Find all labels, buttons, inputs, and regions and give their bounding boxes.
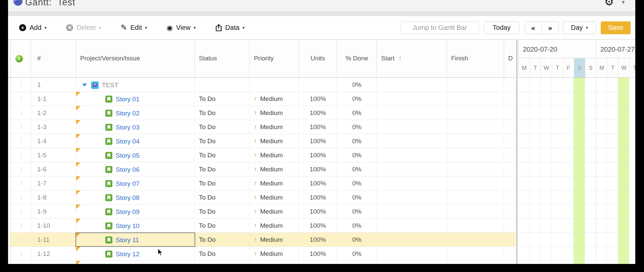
issue-name-cell[interactable]: Story 08 bbox=[76, 191, 195, 204]
view-menu-button[interactable]: ◉ View ▾ bbox=[167, 24, 196, 32]
finish-date-cell[interactable] bbox=[447, 106, 504, 120]
row-drag-handle[interactable] bbox=[21, 223, 22, 228]
issue-name-cell[interactable]: Story 01 bbox=[76, 92, 195, 106]
save-button[interactable]: Save bbox=[601, 21, 631, 34]
start-date-cell[interactable] bbox=[377, 120, 447, 134]
issue-name-cell[interactable]: Story 05 bbox=[76, 148, 195, 162]
issue-name-cell[interactable]: Story 03 bbox=[76, 120, 195, 134]
issue-name-cell[interactable] bbox=[76, 261, 195, 264]
start-date-cell[interactable] bbox=[377, 92, 447, 106]
issue-table-row[interactable]: 1-2Story 02To Do↑Medium100%0% bbox=[8, 106, 635, 120]
finish-date-cell[interactable] bbox=[447, 247, 504, 261]
finish-date-cell[interactable] bbox=[447, 205, 504, 218]
units-column-header[interactable]: Units bbox=[299, 40, 337, 77]
issue-link[interactable]: Story 01 bbox=[116, 96, 140, 103]
start-date-cell[interactable] bbox=[377, 233, 447, 247]
issue-name-cell[interactable]: Story 04 bbox=[76, 134, 195, 148]
timescale-select-button[interactable]: Day ▾ bbox=[563, 21, 596, 34]
issue-table-row[interactable]: 1-12Story 12To Do↑Medium100%0% bbox=[8, 247, 635, 261]
project-table-row[interactable]: 1TEST0% bbox=[8, 78, 635, 92]
issue-link[interactable]: Story 05 bbox=[116, 152, 140, 159]
finish-date-cell[interactable] bbox=[447, 162, 504, 176]
delete-menu-button[interactable]: ✕ Delete ▾ bbox=[66, 24, 101, 32]
issue-link[interactable]: Story 03 bbox=[116, 124, 140, 131]
start-date-cell[interactable] bbox=[377, 219, 447, 232]
start-date-cell[interactable] bbox=[377, 106, 447, 120]
issue-link[interactable]: Story 12 bbox=[116, 251, 140, 258]
finish-date-cell[interactable] bbox=[447, 134, 504, 148]
start-date-cell[interactable] bbox=[377, 176, 447, 190]
status-column-header[interactable]: Status bbox=[195, 40, 249, 77]
data-menu-button[interactable]: Data ▾ bbox=[215, 24, 245, 32]
row-drag-handle[interactable] bbox=[21, 237, 22, 242]
issue-table-row[interactable]: 1-10Story 10To Do↑Medium100%0% bbox=[8, 219, 635, 233]
finish-date-cell[interactable] bbox=[447, 191, 504, 204]
scroll-right-button[interactable]: » bbox=[542, 21, 559, 34]
edit-menu-button[interactable]: ✎ Edit ▾ bbox=[120, 24, 147, 32]
row-drag-handle[interactable] bbox=[21, 209, 22, 214]
issue-table-row[interactable]: 1-5Story 05To Do↑Medium100%0% bbox=[8, 148, 635, 162]
today-button[interactable]: Today bbox=[484, 21, 519, 34]
issue-table-row[interactable]: 1-11Story 11To Do↑Medium100%0% bbox=[8, 233, 635, 247]
finish-date-cell[interactable] bbox=[447, 120, 504, 134]
start-date-cell[interactable] bbox=[377, 247, 447, 261]
issue-link[interactable]: Story 08 bbox=[116, 194, 140, 201]
settings-gear-icon[interactable]: ⚙ bbox=[604, 0, 614, 8]
start-date-cell[interactable] bbox=[377, 261, 447, 264]
issue-table-row[interactable] bbox=[8, 261, 635, 264]
start-date-cell[interactable] bbox=[377, 148, 447, 162]
jump-to-gantt-bar-button[interactable]: Jump to Gantt Bar bbox=[400, 21, 479, 34]
issue-table-row[interactable]: 1-3Story 03To Do↑Medium100%0% bbox=[8, 120, 635, 134]
finish-date-cell[interactable] bbox=[447, 176, 504, 190]
duration-column-header[interactable]: D bbox=[504, 40, 516, 77]
row-drag-handle[interactable] bbox=[21, 167, 22, 172]
issue-table-row[interactable]: 1-7Story 07To Do↑Medium100%0% bbox=[8, 176, 635, 191]
settings-caret-icon[interactable]: ▾ bbox=[622, 0, 625, 6]
start-date-cell[interactable] bbox=[377, 134, 447, 148]
row-drag-handle[interactable] bbox=[21, 82, 22, 87]
issue-link[interactable]: Story 09 bbox=[116, 208, 140, 215]
issue-name-cell[interactable]: Story 09 bbox=[76, 205, 195, 218]
finish-date-cell[interactable] bbox=[447, 92, 504, 106]
start-date-cell[interactable] bbox=[377, 191, 447, 204]
issue-name-cell[interactable]: Story 02 bbox=[76, 106, 195, 120]
priority-column-header[interactable]: Priority bbox=[249, 40, 299, 77]
row-drag-handle[interactable] bbox=[21, 181, 22, 186]
collapse-triangle-icon[interactable] bbox=[82, 84, 87, 87]
issue-name-cell[interactable]: TEST bbox=[76, 78, 195, 92]
start-date-cell[interactable] bbox=[377, 78, 447, 92]
number-column-header[interactable]: # bbox=[31, 40, 76, 77]
issue-link[interactable]: Story 10 bbox=[116, 222, 140, 229]
finish-date-cell[interactable] bbox=[447, 219, 504, 232]
row-drag-handle[interactable] bbox=[21, 153, 22, 158]
finish-date-cell[interactable] bbox=[447, 261, 504, 264]
finish-column-header[interactable]: Finish bbox=[447, 40, 504, 77]
issue-table-row[interactable]: 1-6Story 06To Do↑Medium100%0% bbox=[8, 162, 635, 176]
issue-name-cell[interactable]: Story 12 bbox=[76, 247, 195, 261]
row-drag-handle[interactable] bbox=[21, 139, 22, 144]
issue-link[interactable]: Story 02 bbox=[116, 110, 140, 117]
issue-table-row[interactable]: 1-1Story 01To Do↑Medium100%0% bbox=[8, 92, 635, 106]
scroll-left-button[interactable]: « bbox=[525, 21, 542, 34]
issue-link[interactable]: Story 07 bbox=[116, 180, 140, 187]
row-drag-handle[interactable] bbox=[21, 195, 22, 200]
start-column-header[interactable]: Start↑ bbox=[377, 40, 447, 77]
issue-link[interactable]: Story 06 bbox=[116, 166, 140, 173]
issue-name-cell[interactable]: Story 06 bbox=[76, 162, 195, 176]
start-date-cell[interactable] bbox=[377, 205, 447, 218]
issue-name-cell[interactable]: Story 10 bbox=[76, 219, 195, 232]
percent-done-column-header[interactable]: % Done bbox=[337, 40, 377, 77]
finish-date-cell[interactable] bbox=[447, 148, 504, 162]
issue-table-row[interactable]: 1-8Story 08To Do↑Medium100%0% bbox=[8, 191, 635, 205]
start-date-cell[interactable] bbox=[377, 162, 447, 176]
alert-column-header[interactable]: ! bbox=[10, 40, 31, 77]
pane-splitter-handle[interactable] bbox=[516, 39, 519, 264]
issue-table-row[interactable]: 1-4Story 04To Do↑Medium100%0% bbox=[8, 134, 635, 148]
issue-table-row[interactable]: 1-9Story 09To Do↑Medium100%0% bbox=[8, 205, 635, 219]
issue-column-header[interactable]: Project/Version/Issue bbox=[76, 40, 195, 77]
add-menu-button[interactable]: + Add ▾ bbox=[19, 24, 47, 32]
row-drag-handle[interactable] bbox=[21, 251, 22, 256]
issue-link[interactable]: Story 04 bbox=[116, 138, 140, 145]
row-drag-handle[interactable] bbox=[21, 110, 22, 115]
finish-date-cell[interactable] bbox=[447, 233, 504, 247]
